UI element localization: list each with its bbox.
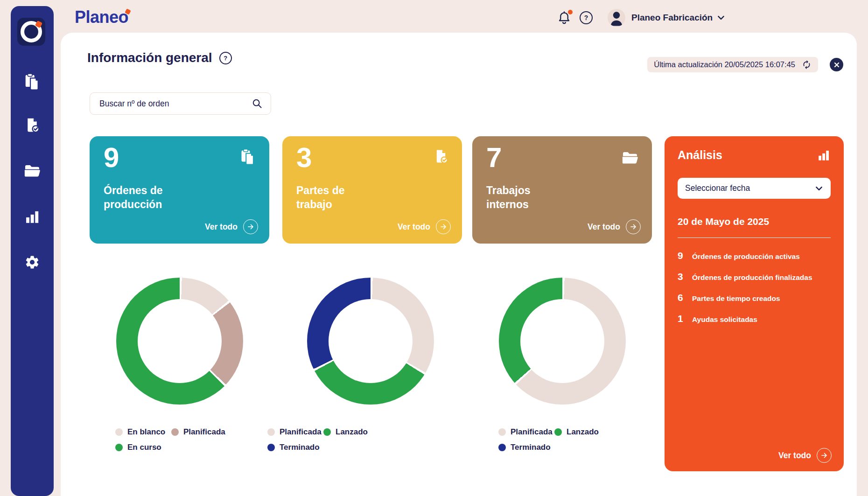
arrow-right-icon [436, 219, 451, 234]
arrow-right-icon [626, 219, 641, 234]
bar-chart-icon [817, 148, 831, 162]
analysis-date-heading: 20 de Mayo de 2025 [678, 216, 831, 227]
sidebar-item-work-orders[interactable] [11, 72, 54, 91]
clipboard-copy-icon [23, 73, 41, 91]
chevron-down-icon[interactable] [717, 14, 725, 22]
legend-dot [267, 428, 275, 436]
search-input[interactable] [98, 98, 252, 109]
document-check-icon [433, 148, 449, 164]
legend-item: En curso [115, 443, 171, 452]
card-label: Órdenes de producción [104, 184, 163, 212]
sidebar-item-settings[interactable] [11, 253, 54, 272]
main-panel: Información general ? Última actualizaci… [61, 33, 857, 496]
page-help-button[interactable]: ? [219, 52, 232, 64]
donut-chart-production-orders [116, 278, 243, 405]
arrow-right-icon [817, 448, 832, 463]
help-button[interactable]: ? [580, 11, 593, 24]
stat-row: 3 Órdenes de producción finalizadas [678, 271, 831, 282]
donut-hole [138, 299, 222, 383]
sidebar-item-analytics[interactable] [11, 208, 54, 226]
search-icon[interactable] [252, 98, 262, 109]
legend-dot [267, 444, 275, 451]
gear-icon [24, 254, 40, 270]
brand-logo: Planeo [75, 7, 128, 27]
donut-chart-internal-jobs [499, 278, 626, 405]
question-mark-icon: ? [224, 55, 227, 62]
question-mark-icon: ? [584, 14, 588, 21]
notification-dot [568, 10, 573, 14]
date-select[interactable]: Seleccionar fecha [678, 178, 831, 199]
last-update-text: Última actualización 20/05/2025 16:07:45 [654, 60, 795, 69]
stat-row: 1 Ayudas solicitadas [678, 313, 831, 324]
planeo-logo-icon [21, 21, 42, 42]
notifications-button[interactable] [557, 10, 571, 25]
last-update-badge: Última actualización 20/05/2025 16:07:45 [647, 57, 818, 72]
legend-item: Terminado [267, 443, 323, 452]
legend-item: Planificada [498, 427, 554, 437]
legend-dot [115, 444, 123, 451]
close-button[interactable] [830, 58, 843, 71]
topbar-actions: ? Planeo Fabricación [557, 7, 725, 28]
legend-item: Terminado [498, 443, 554, 452]
close-icon [834, 62, 840, 68]
person-icon [608, 9, 625, 27]
folder-open-icon [621, 148, 639, 166]
legend-dot [171, 428, 179, 436]
sidebar-item-home[interactable] [17, 18, 45, 46]
order-search [90, 92, 271, 115]
refresh-button[interactable] [802, 60, 812, 70]
donut-hole [329, 299, 413, 383]
card-internal-jobs[interactable]: 7 Trabajos internos Ver todo [472, 136, 652, 244]
card-value: 3 [296, 144, 312, 172]
legend-chart-1: En blanco Planificada En curso [115, 427, 225, 452]
legend-dot [323, 428, 331, 436]
divider [678, 238, 831, 238]
legend-chart-3: Planificada Lanzado Terminado [498, 427, 599, 452]
sidebar-item-internal-jobs[interactable] [11, 161, 54, 180]
sidebar [11, 6, 54, 496]
bar-chart-icon [24, 209, 41, 225]
sidebar-item-work-reports[interactable] [11, 116, 54, 134]
page-title: Información general [87, 50, 212, 65]
card-value: 9 [104, 144, 119, 172]
legend-item: Planificada [171, 427, 225, 437]
avatar[interactable] [608, 9, 625, 27]
brand-wordmark: Planeo [75, 7, 128, 27]
stat-row: 9 Órdenes de producción activas [678, 250, 831, 261]
refresh-icon [802, 60, 812, 70]
analysis-panel: Análisis Seleccionar fecha 20 de Mayo de… [665, 136, 844, 471]
chevron-down-icon [815, 184, 823, 193]
clipboard-copy-icon [239, 148, 256, 165]
analysis-stats: 9 Órdenes de producción activas 3 Órdene… [678, 250, 831, 324]
document-check-icon [24, 117, 41, 133]
legend-dot [498, 428, 506, 436]
legend-item: Planificada [267, 427, 323, 437]
donut-hole [520, 299, 604, 383]
legend-dot [498, 444, 506, 451]
view-all-link[interactable]: Ver todo [778, 448, 832, 463]
legend-dot [115, 428, 123, 436]
account-menu[interactable]: Planeo Fabricación [631, 13, 713, 23]
page-header: Información general ? [87, 50, 232, 65]
stat-row: 6 Partes de tiempo creados [678, 292, 831, 303]
legend-item: En blanco [115, 427, 171, 437]
card-label: Partes de trabajo [296, 184, 345, 212]
legend-item: Lanzado [323, 427, 368, 437]
view-all-link[interactable]: Ver todo [398, 219, 451, 234]
card-value: 7 [486, 144, 502, 172]
card-production-orders[interactable]: 9 Órdenes de producción Ver todo [90, 136, 269, 244]
folder-open-icon [23, 161, 41, 179]
card-work-reports[interactable]: 3 Partes de trabajo Ver todo [282, 136, 462, 244]
view-all-link[interactable]: Ver todo [205, 219, 258, 234]
analysis-title: Análisis [678, 148, 722, 162]
app-window: Planeo ? Planeo Fabricación [0, 0, 868, 496]
legend-chart-2: Planificada Lanzado Terminado [267, 427, 368, 452]
arrow-right-icon [243, 219, 258, 234]
view-all-link[interactable]: Ver todo [588, 219, 641, 234]
card-label: Trabajos internos [486, 184, 531, 212]
date-select-value: Seleccionar fecha [685, 183, 750, 193]
donut-chart-work-reports [307, 278, 434, 405]
legend-dot [554, 428, 562, 436]
legend-item: Lanzado [554, 427, 599, 437]
